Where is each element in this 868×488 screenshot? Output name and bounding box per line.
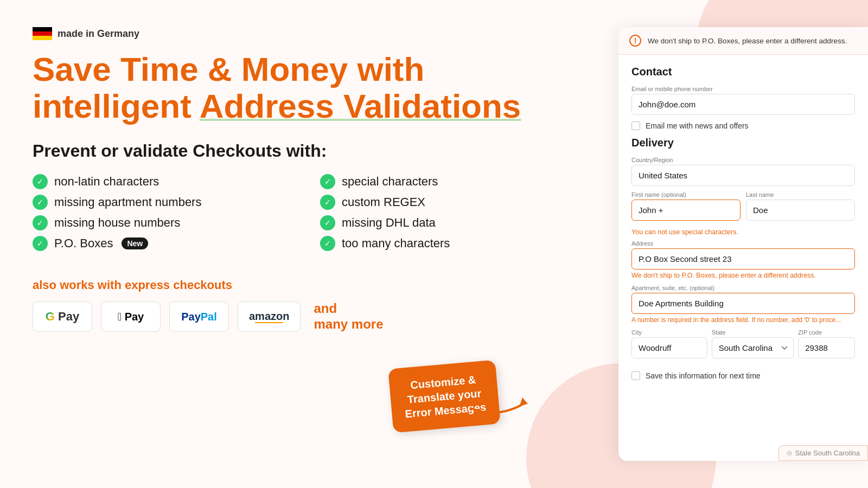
- arrow-icon: [465, 387, 531, 419]
- contact-title: Contact: [631, 66, 855, 78]
- check-icon: ✓: [33, 236, 48, 251]
- paypal-logo: PayPal: [169, 301, 229, 332]
- and-more-text: andmany more: [314, 301, 383, 332]
- feature-house-numbers: ✓ missing house numbers: [33, 215, 298, 230]
- city-field: City: [631, 329, 707, 358]
- apt-error: A number is required in the address fiel…: [631, 316, 855, 324]
- gpay-logo: G Pay: [33, 301, 92, 332]
- first-name-error: You can not use special characters.: [631, 228, 855, 236]
- country-field: Country/Region: [631, 157, 855, 186]
- headline-line2-prefix: intelligent: [33, 87, 200, 125]
- first-name-label: First name (optional): [631, 191, 741, 198]
- first-name-input[interactable]: [631, 200, 741, 221]
- check-icon: ✓: [320, 195, 335, 210]
- apt-input[interactable]: [631, 293, 855, 314]
- customize-bubble-container: Customize & Translate your Error Message…: [391, 364, 498, 428]
- check-icon: ✓: [33, 215, 48, 230]
- first-name-field: First name (optional): [631, 191, 741, 221]
- zip-input[interactable]: [798, 337, 855, 358]
- subheading: Prevent or validate Checkouts with:: [33, 141, 586, 161]
- main-headline: Save Time & Money with intelligent Addre…: [33, 51, 586, 125]
- alert-icon: !: [629, 35, 641, 47]
- email-checkbox[interactable]: [631, 121, 640, 130]
- feature-special-chars: ✓ special characters: [320, 174, 586, 189]
- check-icon: ✓: [320, 215, 335, 230]
- city-input[interactable]: [631, 337, 707, 358]
- state-label: State: [712, 329, 794, 336]
- feature-too-many-chars: ✓ too many characters: [320, 236, 586, 251]
- features-grid: ✓ non-latin characters ✓ special charact…: [33, 174, 586, 251]
- zip-label: ZIP code: [798, 329, 855, 336]
- city-state-zip-row: City State South Carolina ZIP code: [631, 329, 855, 364]
- email-input[interactable]: [631, 94, 855, 115]
- feature-dhl: ✓ missing DHL data: [320, 215, 586, 230]
- delivery-section: Delivery Country/Region First name (opti…: [631, 137, 855, 380]
- german-flag-icon: [33, 27, 52, 40]
- country-label: Country/Region: [631, 157, 855, 163]
- email-checkbox-row: Email me with news and offers: [631, 121, 855, 130]
- headline-line1: Save Time & Money with: [33, 50, 424, 88]
- last-name-label: Last name: [746, 191, 855, 198]
- address-input[interactable]: [631, 248, 855, 269]
- save-info-row: Save this information for next time: [631, 371, 855, 380]
- feature-apartment: ✓ missing apartment numbers: [33, 195, 298, 210]
- express-title: also works with express checkouts: [33, 278, 586, 292]
- svg-marker-0: [520, 397, 528, 406]
- zip-field: ZIP code: [798, 329, 855, 358]
- address-field: Address We don't ship to P.O. Boxes, ple…: [631, 240, 855, 279]
- check-icon: ✓: [320, 174, 335, 189]
- delivery-title: Delivery: [631, 137, 855, 149]
- country-input[interactable]: [631, 165, 855, 186]
- checkout-panel: ! We don't ship to P.O. Boxes, please en…: [618, 27, 868, 461]
- express-section: also works with express checkouts G Pay …: [33, 278, 586, 332]
- save-label: Save this information for next time: [646, 371, 761, 380]
- apt-field: Apartment, suite, etc. (optional) A numb…: [631, 285, 855, 324]
- po-box-banner-text: We don't ship to P.O. Boxes, please ente…: [648, 37, 847, 45]
- last-name-field: Last name: [746, 191, 855, 221]
- address-label: Address: [631, 240, 855, 247]
- headline-highlight: Address Validations: [200, 87, 521, 125]
- check-icon: ✓: [320, 236, 335, 251]
- check-icon: ✓: [33, 195, 48, 210]
- stale-badge: Stale South Carolina: [778, 445, 868, 461]
- checkout-body: Contact Email or mobile phone number Ema…: [618, 55, 868, 391]
- check-icon: ✓: [33, 174, 48, 189]
- feature-po-boxes: ✓ P.O. Boxes New: [33, 236, 298, 251]
- made-in-germany-text: made in Germany: [58, 28, 139, 40]
- email-label: Email or mobile phone number: [631, 86, 855, 92]
- feature-regex: ✓ custom REGEX: [320, 195, 586, 210]
- email-checkbox-label: Email me with news and offers: [646, 121, 749, 130]
- name-row: First name (optional) Last name: [631, 191, 855, 226]
- apt-label: Apartment, suite, etc. (optional): [631, 285, 855, 291]
- address-error: We don't ship to P.O. Boxes, please ente…: [631, 272, 855, 279]
- stale-text: Stale South Carolina: [795, 449, 860, 457]
- made-in-germany-row: made in Germany: [33, 27, 586, 40]
- state-field: State South Carolina: [712, 329, 794, 358]
- payment-logos-row: G Pay  Pay PayPal amazon andmany more: [33, 301, 586, 332]
- new-badge: New: [122, 237, 148, 249]
- apple-pay-logo:  Pay: [101, 301, 161, 332]
- email-field-group: Email or mobile phone number: [631, 86, 855, 115]
- feature-non-latin: ✓ non-latin characters: [33, 174, 298, 189]
- save-checkbox[interactable]: [631, 371, 640, 380]
- main-layout: made in Germany Save Time & Money with i…: [0, 0, 868, 488]
- last-name-input[interactable]: [746, 200, 855, 221]
- state-select[interactable]: South Carolina: [712, 337, 794, 358]
- city-label: City: [631, 329, 707, 336]
- amazon-logo: amazon: [238, 301, 301, 332]
- po-box-top-banner: ! We don't ship to P.O. Boxes, please en…: [618, 27, 868, 55]
